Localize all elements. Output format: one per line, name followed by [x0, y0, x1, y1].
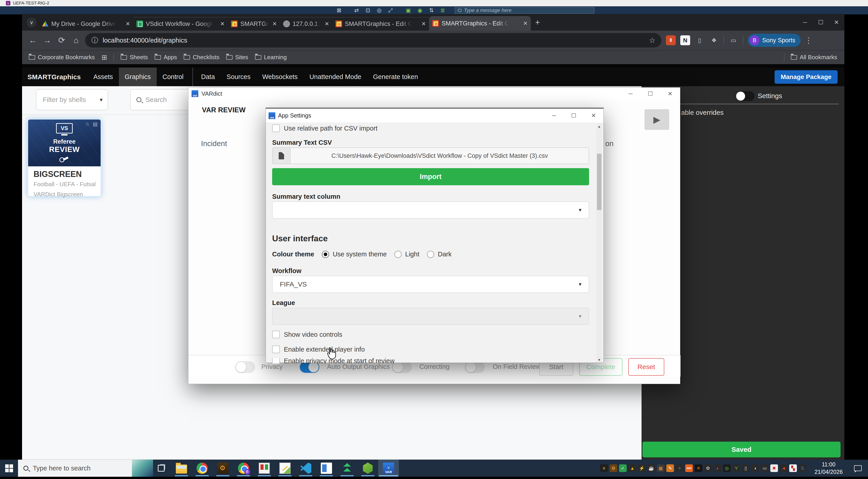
relative-path-checkbox[interactable] [272, 125, 280, 132]
taskbar-chrome[interactable] [192, 460, 213, 477]
reload-icon[interactable]: ⟳ [55, 36, 69, 45]
tray-folder-gear-icon[interactable]: ⚙ [610, 465, 617, 472]
tray-speaker-icon[interactable]: ◖ [751, 465, 759, 472]
bookmark-folder[interactable]: Sites [226, 54, 248, 61]
fullscreen-icon[interactable]: ⤢ [388, 8, 393, 13]
taskbar-green-arrows[interactable] [337, 460, 358, 477]
filter-by-shells-select[interactable]: Filter by shells ▾ [36, 89, 108, 110]
maximize-button[interactable]: ☐ [564, 109, 584, 122]
summary-column-select[interactable]: ▼ [272, 201, 589, 219]
browser-menu-icon[interactable]: ⋮ [805, 36, 812, 45]
tab-close-icon[interactable]: ✕ [218, 21, 225, 27]
monitor-swap-icon[interactable]: ⇄ [354, 8, 359, 13]
theme-radio-dark[interactable] [427, 251, 434, 258]
tray-checkered-icon[interactable]: ▚ [789, 465, 797, 472]
tray-network-icon[interactable]: ▭ [761, 465, 769, 472]
cast-icon[interactable]: ▭ [728, 35, 738, 45]
tray-mute-icon[interactable]: ◄ [780, 465, 787, 472]
tray-media-icon[interactable]: ≡ [600, 465, 608, 472]
minimize-button[interactable]: ─ [544, 109, 564, 122]
laptop-icon[interactable]: ▯ [695, 35, 705, 45]
tray-dots-grid-icon[interactable]: ⁘ [676, 465, 683, 472]
tab-close-icon[interactable]: ✕ [123, 21, 130, 27]
tab-close-icon[interactable]: ✕ [270, 21, 277, 27]
tray-shield-check-icon[interactable]: ✓ [619, 465, 627, 472]
maximize-button[interactable]: ☐ [813, 14, 829, 31]
monitor-disconnect-icon[interactable]: ⊠ [337, 8, 341, 13]
theme-radio-light[interactable] [394, 251, 402, 258]
taskbar-vardict[interactable] [378, 460, 399, 477]
target-icon[interactable]: ◎ [377, 8, 381, 13]
minimize-button[interactable]: ─ [797, 14, 813, 31]
maximize-button[interactable]: ☐ [641, 88, 660, 100]
action-center-button[interactable] [848, 460, 868, 477]
tab-close-icon[interactable]: ✕ [322, 21, 329, 27]
taskbar-chrome-profile[interactable] [233, 460, 254, 477]
tray-green-plant-icon[interactable]: Y [733, 465, 740, 472]
bookmark-folder[interactable]: Checklists [184, 54, 219, 61]
card-corner-icons[interactable]: ☆ ▤ [85, 121, 98, 127]
tray-pen-icon[interactable]: ✎ [666, 465, 674, 472]
tray-gear-icon[interactable]: ⚙ [704, 465, 712, 472]
close-button[interactable]: ✕ [829, 14, 844, 31]
taskbar-folder-gear[interactable] [213, 460, 233, 477]
bookmark-folder[interactable]: Apps [155, 54, 177, 61]
browser-tab[interactable]: SMARTGraphics - Edit Compone ✕ [332, 17, 429, 31]
bookmark-corporate[interactable]: Corporate Bookmarks [29, 54, 95, 61]
taskbar-vscode[interactable] [295, 460, 316, 477]
scrollbar-thumb[interactable] [597, 154, 601, 210]
privacy-mode-checkbox[interactable] [272, 358, 280, 363]
saved-button[interactable]: Saved [643, 442, 840, 457]
extension-icon-red[interactable]: ‖ [666, 35, 676, 45]
reset-button[interactable]: Reset [628, 358, 664, 376]
tray-lightning-icon[interactable]: ⚡ [638, 465, 646, 472]
nav-item[interactable]: Control [157, 67, 189, 86]
play-button[interactable]: ▶ [645, 109, 669, 130]
nav-item[interactable]: Data [192, 67, 221, 86]
app-settings-titlebar[interactable]: VAR App Settings ─ ☐ ✕ [266, 109, 603, 123]
tab-close-icon[interactable]: ✕ [419, 21, 426, 27]
search-input[interactable]: Search [130, 89, 198, 110]
tray-nvidia-icon[interactable]: ◎ [723, 465, 731, 472]
graphic-card-bigscreen[interactable]: VS Referee REVIEW ☆ ▤ BIGSCREEN Football… [28, 119, 101, 196]
apps-grid-icon[interactable]: ⊞ [101, 53, 107, 61]
scroll-up-icon[interactable]: ▲ [596, 125, 602, 128]
close-button[interactable]: ✕ [660, 88, 680, 100]
taskbar-green-gem[interactable] [358, 460, 378, 477]
browser-tab[interactable]: VSdict Workflow - Google Shee ✕ [133, 17, 228, 31]
browser-tab[interactable]: My Drive - Google Drive ✕ [39, 17, 133, 31]
all-bookmarks[interactable]: All Bookmarks [778, 54, 837, 61]
league-select[interactable]: ▼ [272, 308, 589, 325]
taskbar-search[interactable]: Type here to search [18, 460, 153, 477]
modal-scrollbar[interactable]: ▲ ▼ [596, 124, 602, 363]
taskbar-kdiff3[interactable] [254, 460, 275, 477]
browser-tab[interactable]: SMARTGr ✕ [228, 17, 280, 31]
tray-cup-icon[interactable]: ☕ [647, 465, 655, 472]
taskbar-notepad[interactable] [275, 460, 295, 477]
file-transfer-icon[interactable]: ⇅ [429, 8, 434, 13]
taskbar-clock[interactable]: 11:00 21/04/2026 [809, 461, 848, 476]
menu-list-icon[interactable]: ≣ [440, 8, 445, 13]
privacy-toggle[interactable] [235, 361, 255, 373]
extensions-puzzle-icon[interactable]: ❖ [709, 35, 719, 45]
taskbar-file-explorer[interactable] [171, 460, 192, 477]
tray-x-app-icon[interactable]: ✕ [695, 465, 702, 472]
show-video-controls-checkbox[interactable] [272, 331, 280, 338]
back-icon[interactable]: ← [26, 36, 40, 45]
browser-tab[interactable]: SMARTGraphics - Edit Compone ✕ [429, 16, 531, 31]
close-button[interactable]: ✕ [584, 109, 603, 122]
profile-button[interactable]: B Sony Sports [748, 34, 801, 47]
tray-srs-icon[interactable]: SRS [685, 465, 693, 472]
start-button-windows[interactable] [0, 460, 18, 477]
nav-item[interactable]: Sources [221, 67, 256, 86]
monitor-1-icon[interactable]: ⊡ [366, 8, 370, 13]
task-view-button[interactable] [153, 460, 169, 477]
theme-radio-system[interactable] [322, 251, 329, 258]
forward-icon[interactable]: → [40, 36, 55, 45]
bookmark-folder[interactable]: Learning [255, 54, 287, 61]
extended-player-info-checkbox[interactable] [272, 346, 280, 353]
record-icon[interactable]: ◉ [417, 8, 422, 13]
extension-icon-notion[interactable]: N [680, 35, 690, 45]
bookmark-folder[interactable]: Sheets [121, 54, 148, 61]
tab-close-icon[interactable]: ✕ [521, 20, 528, 27]
